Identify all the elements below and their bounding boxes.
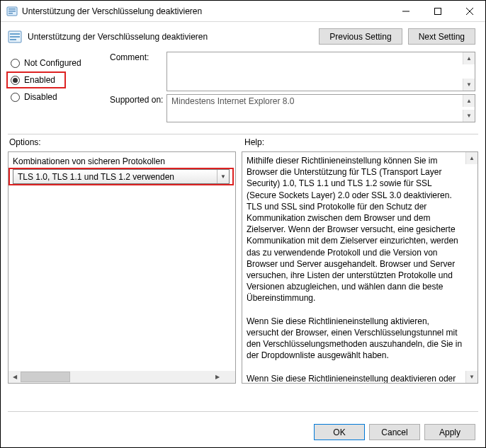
radio-indicator bbox=[11, 59, 20, 68]
protocol-combo[interactable]: TLS 1.0, TLS 1.1 und TLS 1.2 verwenden ▼ bbox=[13, 169, 230, 184]
next-setting-button[interactable]: Next Setting bbox=[408, 28, 475, 45]
title-bar: Unterstützung der Verschlüsselung deakti… bbox=[1, 1, 485, 22]
scroll-corner bbox=[223, 371, 235, 383]
svg-rect-5 bbox=[434, 8, 441, 14]
supported-value: Mindestens Internet Explorer 8.0 bbox=[171, 96, 294, 106]
protocol-combo-label: Kombinationen von sicheren Protokollen bbox=[13, 156, 235, 166]
apply-button[interactable]: Apply bbox=[424, 424, 475, 440]
svg-rect-9 bbox=[10, 33, 20, 35]
window-title: Unterstützung der Verschlüsselung deakti… bbox=[22, 6, 390, 16]
radio-label: Disabled bbox=[24, 92, 57, 102]
scroll-down-icon[interactable]: ▼ bbox=[463, 79, 475, 91]
protocol-combo-value: TLS 1.0, TLS 1.1 und TLS 1.2 verwenden bbox=[13, 172, 217, 182]
svg-rect-1 bbox=[9, 8, 16, 10]
radio-label: Enabled bbox=[24, 75, 55, 85]
policy-icon bbox=[6, 6, 18, 17]
svg-rect-2 bbox=[9, 11, 16, 12]
scroll-right-icon[interactable]: ▶ bbox=[211, 371, 223, 383]
maximize-button[interactable] bbox=[422, 1, 453, 21]
horizontal-scrollbar[interactable]: ◀ ▶ bbox=[9, 371, 223, 383]
previous-setting-button[interactable]: Previous Setting bbox=[319, 28, 402, 45]
scroll-thumb[interactable] bbox=[21, 372, 70, 382]
supported-label: Supported on: bbox=[110, 94, 166, 105]
scroll-down-icon[interactable]: ▼ bbox=[463, 110, 475, 122]
svg-rect-11 bbox=[10, 39, 16, 40]
ok-button[interactable]: OK bbox=[314, 424, 365, 440]
options-label: Options: bbox=[9, 137, 244, 147]
radio-not-configured[interactable]: Not Configured bbox=[9, 54, 110, 71]
comment-label: Comment: bbox=[110, 52, 166, 62]
header-title: Unterstützung der Verschlüsselung deakti… bbox=[28, 32, 319, 42]
radio-indicator bbox=[11, 76, 20, 85]
scroll-down-icon[interactable]: ▼ bbox=[465, 371, 477, 383]
minimize-button[interactable] bbox=[390, 1, 422, 21]
options-panel: Kombinationen von sicheren Protokollen T… bbox=[8, 151, 236, 384]
divider bbox=[8, 411, 478, 412]
help-label: Help: bbox=[244, 137, 475, 147]
help-text: Mithilfe dieser Richtlinieneinstellung k… bbox=[242, 152, 477, 384]
scroll-up-icon[interactable]: ▲ bbox=[463, 95, 475, 107]
dialog-buttons: OK Cancel Apply bbox=[314, 424, 475, 440]
supported-textbox: Mindestens Internet Explorer 8.0 ▲ ▼ bbox=[166, 94, 475, 122]
radio-disabled[interactable]: Disabled bbox=[9, 88, 110, 105]
scroll-up-icon[interactable]: ▲ bbox=[463, 52, 475, 64]
state-radios: Not Configured Enabled Disabled bbox=[9, 52, 110, 125]
scroll-left-icon[interactable]: ◀ bbox=[9, 371, 21, 383]
scroll-up-icon[interactable]: ▲ bbox=[465, 152, 477, 164]
policy-large-icon bbox=[8, 30, 22, 44]
header-row: Unterstützung der Verschlüsselung deakti… bbox=[1, 22, 485, 47]
radio-indicator bbox=[11, 93, 20, 102]
help-panel: Mithilfe dieser Richtlinieneinstellung k… bbox=[242, 151, 478, 384]
radio-label: Not Configured bbox=[24, 58, 81, 68]
svg-rect-3 bbox=[9, 13, 13, 14]
comment-textbox[interactable]: ▲ ▼ bbox=[166, 52, 475, 91]
svg-rect-10 bbox=[10, 36, 20, 38]
close-button[interactable] bbox=[453, 1, 485, 21]
cancel-button[interactable]: Cancel bbox=[369, 424, 420, 440]
radio-enabled[interactable]: Enabled bbox=[6, 71, 66, 88]
chevron-down-icon: ▼ bbox=[217, 170, 229, 183]
